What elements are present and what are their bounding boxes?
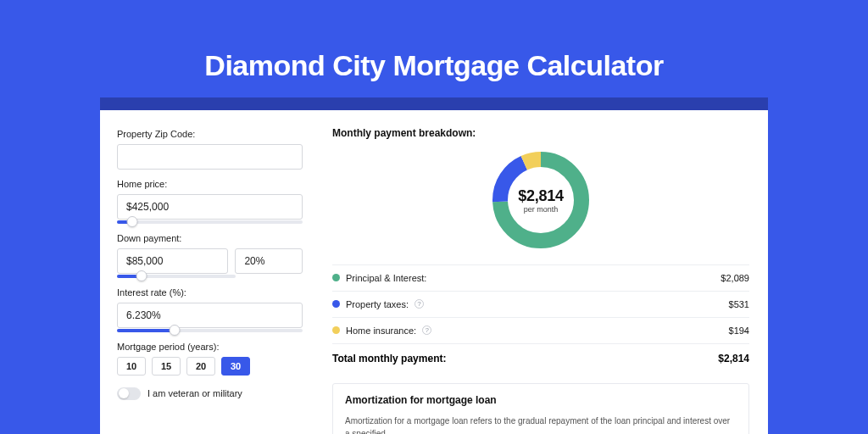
- help-icon[interactable]: ?: [415, 299, 424, 309]
- breakdown-panel: Monthly payment breakdown: $2,814 per mo…: [320, 110, 768, 434]
- home-price-slider[interactable]: [117, 220, 303, 224]
- down-payment-amount-input[interactable]: [117, 248, 228, 274]
- swatch-icon: [332, 300, 340, 308]
- down-payment-label: Down payment:: [117, 233, 303, 243]
- slider-thumb-icon[interactable]: [169, 325, 180, 336]
- field-interest-rate: Interest rate (%):: [117, 287, 303, 332]
- veteran-toggle[interactable]: [117, 387, 141, 400]
- total-label: Total monthly payment:: [332, 353, 446, 364]
- period-label: Mortgage period (years):: [117, 342, 303, 352]
- total-amount: $2,814: [718, 353, 749, 364]
- form-panel: Property Zip Code: Home price: Down paym…: [100, 110, 320, 434]
- home-price-label: Home price:: [117, 179, 303, 189]
- veteran-label: I am veteran or military: [147, 388, 242, 398]
- breakdown-row: Principal & Interest:$2,089: [332, 264, 749, 291]
- breakdown-row: Home insurance:?$194: [332, 317, 749, 343]
- breakdown-value: $194: [729, 326, 749, 336]
- field-period: Mortgage period (years): 10152030: [117, 342, 303, 376]
- amortization-card: Amortization for mortgage loan Amortizat…: [332, 383, 749, 434]
- amortization-title: Amortization for mortgage loan: [345, 394, 737, 406]
- swatch-icon: [332, 274, 340, 281]
- amortization-text: Amortization for a mortgage loan refers …: [345, 415, 737, 434]
- breakdown-label: Principal & Interest:: [346, 273, 426, 283]
- page-root: Diamond City Mortgage Calculator Propert…: [0, 0, 868, 434]
- down-payment-slider[interactable]: [117, 275, 236, 278]
- toggle-knob-icon: [119, 388, 129, 398]
- period-button-20[interactable]: 20: [186, 357, 215, 376]
- donut-center: $2,814 per month: [518, 186, 563, 213]
- field-veteran: I am veteran or military: [117, 387, 303, 400]
- page-title: Diamond City Mortgage Calculator: [204, 49, 663, 82]
- zip-input[interactable]: [117, 144, 303, 170]
- slider-thumb-icon[interactable]: [126, 216, 137, 227]
- breakdown-title: Monthly payment breakdown:: [332, 127, 749, 139]
- help-icon[interactable]: ?: [422, 326, 431, 335]
- breakdown-value: $2,089: [721, 273, 749, 283]
- donut-total: $2,814: [518, 186, 563, 204]
- breakdown-row: Property taxes:?$531: [332, 291, 749, 317]
- donut-sub: per month: [518, 204, 563, 213]
- interest-rate-slider[interactable]: [117, 329, 303, 332]
- period-button-15[interactable]: 15: [152, 357, 181, 376]
- slider-thumb-icon[interactable]: [136, 270, 147, 281]
- field-zip: Property Zip Code:: [117, 129, 303, 170]
- donut-chart: $2,814 per month: [332, 147, 749, 253]
- breakdown-label: Property taxes:: [346, 299, 409, 309]
- field-down-payment: Down payment:: [117, 233, 303, 278]
- total-row: Total monthly payment: $2,814: [332, 343, 749, 373]
- period-button-30[interactable]: 30: [221, 357, 250, 376]
- swatch-icon: [332, 326, 340, 334]
- home-price-input[interactable]: [117, 194, 303, 220]
- breakdown-value: $531: [729, 299, 749, 309]
- zip-label: Property Zip Code:: [117, 129, 303, 139]
- calculator-card: Property Zip Code: Home price: Down paym…: [100, 110, 768, 434]
- field-home-price: Home price:: [117, 179, 303, 224]
- breakdown-label: Home insurance:: [346, 326, 416, 336]
- interest-rate-label: Interest rate (%):: [117, 287, 303, 298]
- period-button-10[interactable]: 10: [117, 357, 146, 376]
- down-payment-percent-input[interactable]: [235, 248, 303, 274]
- header-band: [100, 97, 768, 110]
- interest-rate-input[interactable]: [117, 303, 303, 328]
